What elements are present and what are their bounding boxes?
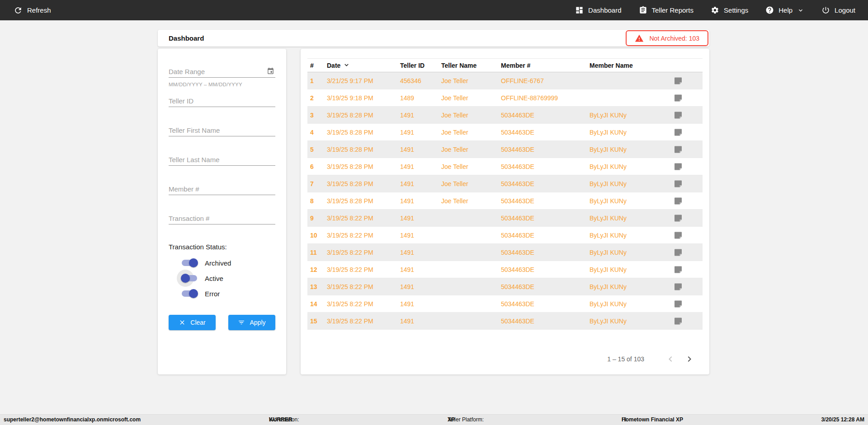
cell-date: 3/21/25 9:17 PM bbox=[327, 77, 400, 84]
dashboard-icon bbox=[575, 6, 584, 14]
cell-member-name: ByLyJI KUNy bbox=[590, 249, 673, 256]
cell-teller-name: Joe Teller bbox=[441, 94, 501, 102]
cell-teller-id: 1491 bbox=[400, 180, 441, 187]
note-icon[interactable] bbox=[673, 317, 703, 326]
nav-item-dashboard[interactable]: Dashboard bbox=[575, 6, 621, 14]
cell-teller-id: 1491 bbox=[400, 300, 441, 308]
cell-index: 14 bbox=[307, 300, 327, 308]
clear-button[interactable]: Clear bbox=[169, 315, 216, 330]
cell-member-name: ByLyJI KUNy bbox=[590, 232, 673, 239]
note-icon[interactable] bbox=[673, 299, 703, 308]
note-icon[interactable] bbox=[673, 179, 703, 188]
cell-teller-id: 1491 bbox=[400, 232, 441, 239]
next-page-button[interactable] bbox=[684, 354, 695, 364]
table-row[interactable]: 23/19/25 9:18 PM1489Joe TellerOFFLINE-88… bbox=[307, 89, 703, 107]
cell-date: 3/19/25 8:28 PM bbox=[327, 112, 400, 119]
calendar-icon[interactable] bbox=[267, 67, 274, 75]
table-row[interactable]: 83/19/25 8:28 PM1491Joe Teller5034463DEB… bbox=[307, 192, 703, 210]
date-range-field[interactable]: Date Range MM/DD/YYYY – MM/DD/YYYY bbox=[169, 67, 275, 78]
toggle-label: Error bbox=[205, 290, 220, 298]
note-icon[interactable] bbox=[673, 282, 703, 291]
cell-teller-name: Joe Teller bbox=[441, 112, 501, 119]
chevron-down-icon bbox=[797, 7, 804, 14]
table-row[interactable]: 143/19/25 8:22 PM14915034463DEByLyJI KUN… bbox=[307, 295, 703, 313]
apply-button[interactable]: Apply bbox=[228, 315, 275, 330]
refresh-button[interactable]: Refresh bbox=[14, 6, 51, 15]
nav-item-logout[interactable]: Logout bbox=[821, 6, 855, 14]
nav-item-settings[interactable]: Settings bbox=[711, 6, 748, 14]
nav-item-teller-reports[interactable]: Teller Reports bbox=[639, 6, 694, 14]
pagination-range: 1 – 15 of 103 bbox=[607, 355, 644, 363]
note-icon[interactable] bbox=[673, 248, 703, 257]
table-row[interactable]: 73/19/25 8:28 PM1491Joe Teller5034463DEB… bbox=[307, 175, 703, 192]
cell-teller-name: Joe Teller bbox=[441, 163, 501, 170]
note-icon[interactable] bbox=[673, 214, 703, 223]
column-header-member-number[interactable]: Member # bbox=[501, 62, 590, 69]
field-label: Teller First Name bbox=[169, 126, 220, 134]
cell-member-number: 5034463DE bbox=[501, 318, 590, 325]
table-row[interactable]: 93/19/25 8:22 PM14915034463DEByLyJI KUNy bbox=[307, 210, 703, 227]
cell-teller-id: 1491 bbox=[400, 283, 441, 290]
top-navbar: Refresh Dashboard Teller Reports Setting… bbox=[0, 0, 868, 20]
status-toggle-error[interactable]: Error bbox=[169, 286, 275, 301]
table-row[interactable]: 53/19/25 8:28 PM1491Joe Teller5034463DEB… bbox=[307, 141, 703, 158]
cell-teller-id: 1491 bbox=[400, 266, 441, 273]
field-label: Transaction # bbox=[169, 215, 209, 222]
table-row[interactable]: 33/19/25 8:28 PM1491Joe Teller5034463DEB… bbox=[307, 107, 703, 124]
column-header-teller-name[interactable]: Teller Name bbox=[441, 62, 501, 69]
note-icon[interactable] bbox=[673, 265, 703, 274]
cell-member-name: ByLyJI KUNy bbox=[590, 129, 673, 136]
column-header-date[interactable]: Date bbox=[327, 61, 400, 69]
cell-date: 3/19/25 8:22 PM bbox=[327, 300, 400, 308]
help-icon bbox=[765, 6, 774, 14]
cell-teller-id: 1491 bbox=[400, 112, 441, 119]
column-header-teller-id[interactable]: Teller ID bbox=[400, 62, 441, 69]
column-header-index[interactable]: # bbox=[307, 62, 327, 69]
note-icon[interactable] bbox=[673, 128, 703, 137]
nav-item-help[interactable]: Help bbox=[765, 6, 804, 14]
cell-teller-id: 1491 bbox=[400, 215, 441, 222]
status-toggle-archived[interactable]: Archived bbox=[169, 255, 275, 271]
table-row[interactable]: 133/19/25 8:22 PM14915034463DEByLyJI KUN… bbox=[307, 278, 703, 295]
table-row[interactable]: 153/19/25 8:22 PM14915034463DEByLyJI KUN… bbox=[307, 313, 703, 330]
table-row[interactable]: 113/19/25 8:22 PM14915034463DEByLyJI KUN… bbox=[307, 244, 703, 261]
cell-index: 9 bbox=[307, 215, 327, 222]
cell-member-number: 5034463DE bbox=[501, 266, 590, 273]
cell-member-name: ByLyJI KUNy bbox=[590, 146, 673, 153]
note-icon[interactable] bbox=[673, 76, 703, 85]
gear-icon bbox=[711, 6, 719, 14]
filter-field-teller-last-name[interactable]: Teller Last Name bbox=[169, 155, 275, 166]
cell-member-name: ByLyJI KUNy bbox=[590, 180, 673, 187]
table-row[interactable]: 43/19/25 8:28 PM1491Joe Teller5034463DEB… bbox=[307, 124, 703, 141]
cell-index: 1 bbox=[307, 77, 327, 84]
status-toggle-active[interactable]: Active bbox=[169, 271, 275, 286]
previous-page-button[interactable] bbox=[665, 354, 676, 364]
toggle-switch[interactable] bbox=[181, 258, 198, 267]
cell-teller-id: 1491 bbox=[400, 197, 441, 205]
toggle-switch[interactable] bbox=[181, 289, 198, 298]
filter-field-member[interactable]: Member # bbox=[169, 184, 275, 195]
table-row[interactable]: 63/19/25 8:28 PM1491Joe Teller5034463DEB… bbox=[307, 158, 703, 175]
note-icon[interactable] bbox=[673, 196, 703, 205]
table-row[interactable]: 103/19/25 8:22 PM14915034463DEByLyJI KUN… bbox=[307, 227, 703, 244]
filter-field-teller-first-name[interactable]: Teller First Name bbox=[169, 126, 275, 136]
toggle-switch[interactable] bbox=[181, 274, 198, 283]
cell-member-number: 5034463DE bbox=[501, 215, 590, 222]
table-row[interactable]: 123/19/25 8:22 PM14915034463DEByLyJI KUN… bbox=[307, 261, 703, 278]
cell-index: 3 bbox=[307, 112, 327, 119]
note-icon[interactable] bbox=[673, 145, 703, 154]
note-icon[interactable] bbox=[673, 162, 703, 171]
note-icon[interactable] bbox=[673, 93, 703, 103]
table-row[interactable]: 13/21/25 9:17 PM456346Joe TellerOFFLINE-… bbox=[307, 72, 703, 89]
filter-field-transaction[interactable]: Transaction # bbox=[169, 214, 275, 224]
note-icon[interactable] bbox=[673, 231, 703, 240]
not-archived-badge: Not Archived: 103 bbox=[626, 30, 708, 46]
cell-member-name: ByLyJI KUNy bbox=[590, 215, 673, 222]
note-icon[interactable] bbox=[673, 111, 703, 120]
power-icon bbox=[821, 6, 830, 14]
filter-field-teller-id[interactable]: Teller ID bbox=[169, 96, 275, 107]
cell-teller-id: 1491 bbox=[400, 318, 441, 325]
cell-teller-id: 1489 bbox=[400, 94, 441, 102]
cell-member-name: ByLyJI KUNy bbox=[590, 300, 673, 308]
column-header-member-name[interactable]: Member Name bbox=[590, 62, 673, 69]
